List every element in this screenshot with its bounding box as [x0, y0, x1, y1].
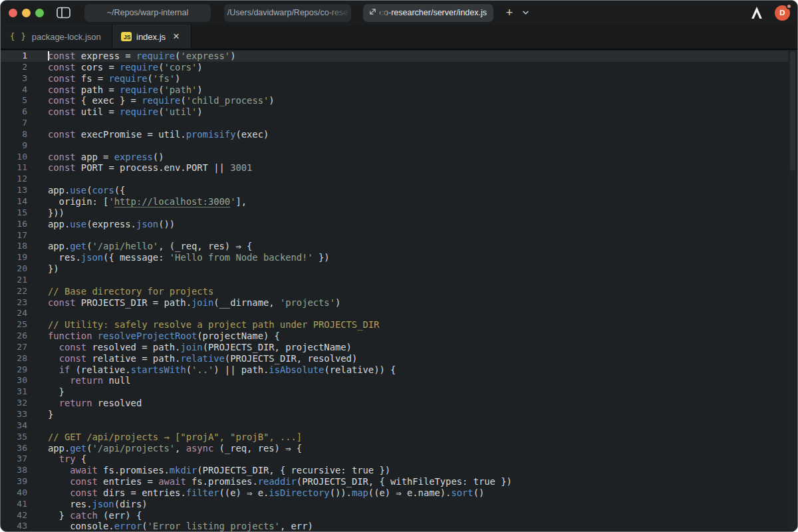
code-line[interactable]: 18app.get('/api/hello', (_req, res) ⇒ {: [1, 241, 788, 252]
titlebar-tab-warp-internal[interactable]: ~/Repos/warp-internal: [84, 4, 211, 22]
close-window-button[interactable]: [9, 9, 17, 17]
file-tab-package-lock[interactable]: { } package-lock.json: [1, 25, 112, 49]
code-line[interactable]: 20}): [1, 263, 788, 275]
line-number: 39: [1, 476, 27, 487]
code-text: const execPromise = util.promisify(exec): [27, 129, 269, 140]
code-line[interactable]: 33}: [1, 409, 788, 420]
line-number: 33: [1, 409, 27, 420]
code-text: const util = require('util'): [27, 106, 203, 118]
code-line[interactable]: 1const express = require('express'): [1, 51, 788, 62]
code-line[interactable]: 28 const relative = path.relative(PROJEC…: [1, 353, 788, 364]
code-text: // Base directory for projects: [27, 286, 213, 297]
code-text: try {: [27, 454, 86, 465]
code-line[interactable]: 42 } catch (err) {: [1, 510, 788, 521]
code-line[interactable]: 25// Utility: safely resolve a project p…: [1, 319, 788, 331]
warp-logo-icon[interactable]: [748, 3, 765, 22]
line-number: 43: [1, 521, 27, 531]
code-text: } catch (err) {: [27, 510, 142, 521]
code-line[interactable]: 14 origin: ['http://localhost:3000'],: [1, 196, 788, 207]
code-text: const express = require('express'): [27, 51, 235, 62]
line-number: 10: [1, 152, 27, 163]
code-line[interactable]: 32 return resolved: [1, 398, 788, 409]
code-line[interactable]: 2const cors = require('cors'): [1, 62, 788, 73]
code-line[interactable]: 36app.get('/api/projects', async (_req, …: [1, 443, 788, 454]
sidebar-icon: [57, 7, 70, 19]
code-line[interactable]: 11const PORT = process.env.PORT || 3001: [1, 162, 788, 174]
line-number: 15: [1, 207, 27, 219]
code-editor[interactable]: 1const express = require('express')2cons…: [1, 50, 797, 531]
code-text: const app = express(): [27, 152, 164, 163]
code-line[interactable]: 17: [1, 230, 788, 241]
code-line[interactable]: 4const path = require('path'): [1, 84, 788, 96]
code-line[interactable]: 13app.use(cors({: [1, 185, 788, 196]
code-line[interactable]: 31 }: [1, 386, 788, 398]
close-tab-button[interactable]: ×: [173, 31, 180, 42]
user-avatar[interactable]: D: [775, 5, 790, 21]
code-line[interactable]: 29 if (relative.startsWith('..') || path…: [1, 364, 788, 376]
line-number: 2: [1, 62, 27, 73]
code-line[interactable]: 12: [1, 174, 788, 185]
code-line[interactable]: 27 const resolved = path.join(PROJECTS_D…: [1, 342, 788, 353]
chevron-down-icon: [523, 11, 529, 15]
code-line[interactable]: 30 return null: [1, 375, 788, 386]
code-text: function resolveProjectRoot(projectName)…: [27, 331, 280, 342]
line-number: 8: [1, 129, 27, 140]
code-text: app.use(express.json()): [27, 219, 175, 230]
line-number: 28: [1, 353, 27, 364]
code-line[interactable]: 23const PROJECTS_DIR = path.join(__dirna…: [1, 297, 788, 309]
new-tab-button[interactable]: +: [503, 5, 516, 21]
file-tab-index-js-active[interactable]: JS index.js ×: [112, 25, 192, 49]
code-line[interactable]: 16app.use(express.json()): [1, 219, 788, 230]
code-text: app.get('/api/hello', (_req, res) ⇒ {: [27, 241, 252, 252]
line-number: 29: [1, 364, 27, 376]
code-text: const PORT = process.env.PORT || 3001: [27, 162, 252, 174]
code-text: })): [27, 207, 65, 219]
scrollbar-thumb[interactable]: [790, 51, 795, 171]
code-line[interactable]: 43 console.error('Error listing projects…: [1, 521, 788, 531]
code-line[interactable]: 34: [1, 420, 788, 432]
code-line[interactable]: 7: [1, 118, 788, 129]
code-line[interactable]: 15})): [1, 207, 788, 219]
code-text: // Utility: safely resolve a project pat…: [27, 319, 379, 331]
code-text: [27, 230, 48, 241]
code-line[interactable]: 35// GET /api/projects → ["projA", "proj…: [1, 432, 788, 443]
code-line[interactable]: 6const util = require('util'): [1, 106, 788, 118]
code-line[interactable]: 3const fs = require('fs'): [1, 73, 788, 84]
code-line[interactable]: 10const app = express(): [1, 152, 788, 163]
avatar-initial: D: [779, 9, 785, 17]
code-line[interactable]: 38 await fs.promises.mkdir(PROJECTS_DIR,…: [1, 465, 788, 476]
code-line[interactable]: 24: [1, 308, 788, 319]
code-line[interactable]: 37 try {: [1, 454, 788, 465]
traffic-lights: [9, 9, 44, 17]
titlebar-tab-co-researcher[interactable]: /Users/davidwarp/Repos/co-rese: [224, 4, 351, 22]
line-number: 35: [1, 432, 27, 443]
line-number: 3: [1, 73, 27, 84]
tab-list-dropdown-button[interactable]: [520, 5, 531, 21]
code-line[interactable]: 39 const entries = await fs.promises.rea…: [1, 476, 788, 487]
titlebar-tab-label: /Users/davidwarp/Repos/co-rese: [227, 8, 348, 17]
line-number: 34: [1, 420, 27, 432]
sidebar-toggle-button[interactable]: [55, 5, 71, 21]
line-number: 19: [1, 252, 27, 263]
code-line[interactable]: 21: [1, 275, 788, 286]
code-line[interactable]: 5const { exec } = require('child_process…: [1, 95, 788, 106]
line-number: 11: [1, 162, 27, 174]
code-line[interactable]: 9: [1, 140, 788, 152]
scrollbar[interactable]: [788, 50, 797, 531]
code-text: [27, 174, 48, 185]
code-line[interactable]: 19 res.json({ message: 'Hello from Node …: [1, 252, 788, 263]
code-text: res.json(dirs): [27, 499, 148, 510]
code-line[interactable]: 41 res.json(dirs): [1, 499, 788, 510]
code-line[interactable]: 26function resolveProjectRoot(projectNam…: [1, 331, 788, 342]
line-number: 13: [1, 185, 27, 196]
line-number: 1: [1, 51, 27, 62]
code-line[interactable]: 22// Base directory for projects: [1, 286, 788, 297]
code-text: const dirs = entries.filter((e) ⇒ e.isDi…: [27, 487, 484, 499]
code-line[interactable]: 40 const dirs = entries.filter((e) ⇒ e.i…: [1, 487, 788, 499]
titlebar-tab-index-js-active[interactable]: co-researcher/server/index.js: [363, 4, 493, 22]
code-text: [27, 140, 48, 152]
zoom-window-button[interactable]: [35, 9, 44, 17]
minimize-window-button[interactable]: [22, 9, 31, 17]
line-number: 38: [1, 465, 27, 476]
code-line[interactable]: 8const execPromise = util.promisify(exec…: [1, 129, 788, 140]
